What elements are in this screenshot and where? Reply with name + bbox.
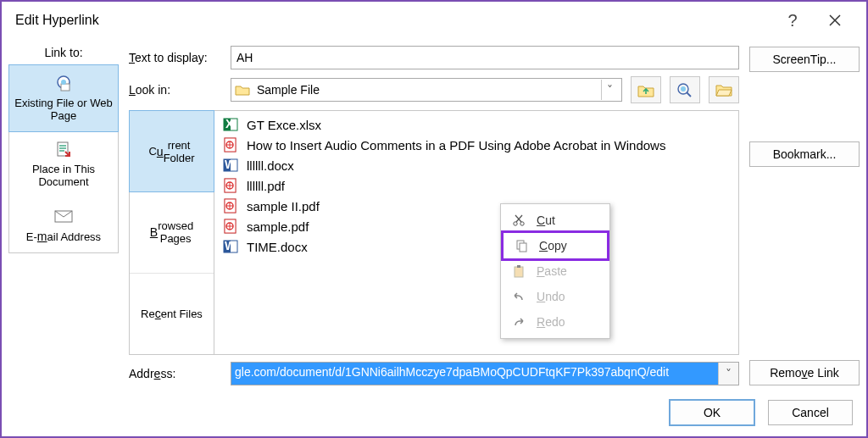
docx-file-icon: W — [223, 158, 238, 173]
look-in-label: Look in: — [129, 83, 222, 97]
help-button[interactable]: ? — [771, 7, 814, 34]
address-value[interactable]: gle.com/document/d/1GNNi6ailhMcczye7dpaB… — [231, 363, 718, 385]
look-in-combo[interactable]: Sample File ˅ — [231, 78, 622, 102]
look-in-value: Sample File — [257, 83, 594, 97]
nav-recent-files[interactable]: Recent Files — [130, 274, 214, 354]
context-item-label: Undo — [537, 290, 565, 303]
place-in-doc-icon — [53, 140, 74, 160]
linkto-item-label: Existing File or Web Page — [13, 97, 114, 123]
cancel-button[interactable]: Cancel — [768, 400, 853, 425]
look-in-row: Look in: Sample File ˅ — [129, 76, 739, 103]
redo-icon — [511, 314, 526, 330]
file-name: TIME.docx — [247, 240, 308, 254]
text-to-display-input[interactable] — [231, 46, 739, 69]
dialog-title: Edit Hyperlink — [12, 13, 99, 28]
chevron-down-icon[interactable]: ˅ — [718, 363, 738, 385]
screentip-button[interactable]: ScreenTip... — [749, 47, 860, 72]
context-copy[interactable]: Copy — [501, 230, 609, 261]
pdf-file-icon — [223, 137, 238, 152]
right-buttons: ScreenTip... Bookmark... Remove Link — [749, 46, 860, 385]
file-name: GT Exce.xlsx — [247, 118, 321, 132]
file-item[interactable]: How to Insert Audio Comments in a PDF Us… — [214, 135, 738, 155]
folder-icon — [235, 84, 250, 96]
context-paste: Paste — [501, 258, 609, 284]
title-bar: Edit Hyperlink ? — [2, 2, 866, 39]
file-item[interactable]: llllll.pdf — [214, 175, 738, 196]
ok-button[interactable]: OK — [670, 400, 754, 425]
svg-text:X: X — [225, 117, 234, 130]
svg-rect-32 — [515, 267, 523, 277]
context-item-label: Redo — [537, 315, 565, 329]
file-item[interactable]: WTIME.docx — [214, 236, 738, 257]
center-panel: Text to display: Look in: Sample File ˅ — [129, 46, 739, 385]
browse-web-button[interactable] — [670, 76, 700, 103]
pdf-file-icon — [223, 219, 238, 234]
file-name: llllll.pdf — [247, 179, 285, 193]
svg-rect-1 — [61, 84, 70, 91]
file-name: sample.pdf — [247, 219, 309, 234]
browse-nav: CurrentFolder BrowsedPages Recent Files — [130, 111, 214, 354]
link-to-label: Link to: — [44, 46, 82, 59]
pdf-file-icon — [223, 178, 238, 193]
edit-hyperlink-dialog: Edit Hyperlink ? Link to: Existing File … — [0, 0, 868, 438]
browse-file-button[interactable] — [709, 76, 739, 103]
remove-link-button[interactable]: Remove Link — [749, 360, 860, 385]
address-label: Address: — [129, 367, 222, 380]
nav-browsed-pages[interactable]: BrowsedPages — [130, 191, 214, 273]
linkto-email[interactable]: E-mail Address — [9, 197, 118, 252]
close-button[interactable] — [814, 7, 856, 34]
chevron-down-icon[interactable]: ˅ — [601, 80, 618, 100]
context-item-label: Cut — [537, 213, 555, 227]
file-name: How to Insert Audio Comments in a PDF Us… — [247, 138, 665, 152]
linkto-existing-file[interactable]: Existing File or Web Page — [8, 64, 119, 132]
link-to-panel: Link to: Existing File or Web Page Place… — [8, 46, 119, 385]
svg-rect-33 — [517, 265, 520, 268]
file-list[interactable]: XGT Exce.xlsxHow to Insert Audio Comment… — [214, 111, 738, 354]
svg-point-28 — [514, 222, 517, 225]
docx-file-icon: W — [223, 239, 238, 254]
existing-file-icon — [53, 74, 74, 94]
undo-icon — [511, 289, 526, 304]
linkto-item-label: Place in This Document — [13, 164, 114, 189]
file-browser: CurrentFolder BrowsedPages Recent Files … — [129, 110, 739, 355]
text-to-display-row: Text to display: — [129, 46, 739, 69]
paste-icon — [511, 263, 526, 279]
svg-text:W: W — [225, 239, 236, 252]
context-undo: Undo — [501, 284, 609, 309]
context-redo: Redo — [501, 309, 609, 335]
xlsx-file-icon: X — [223, 117, 238, 132]
svg-point-6 — [681, 86, 686, 91]
file-name: llllll.docx — [247, 158, 294, 173]
file-name: sample II.pdf — [247, 199, 320, 213]
linkto-place-in-doc[interactable]: Place in This Document — [9, 131, 118, 197]
address-input[interactable]: gle.com/document/d/1GNNi6ailhMcczye7dpaB… — [231, 362, 739, 385]
svg-text:W: W — [225, 158, 236, 171]
context-item-label: Copy — [539, 239, 567, 252]
email-icon — [53, 206, 74, 226]
linkto-item-label: E-mail Address — [26, 230, 101, 244]
file-item[interactable]: sample.pdf — [214, 216, 738, 236]
nav-current-folder[interactable]: CurrentFolder — [129, 110, 214, 192]
file-item[interactable]: Wllllll.docx — [214, 155, 738, 175]
dialog-footer: OK Cancel — [2, 389, 866, 436]
up-folder-button[interactable] — [631, 76, 661, 103]
bookmark-button[interactable]: Bookmark... — [749, 141, 860, 167]
text-to-display-label: Text to display: — [129, 51, 222, 64]
pdf-file-icon — [223, 198, 238, 213]
copy-icon — [514, 238, 529, 253]
cut-icon — [511, 213, 526, 228]
file-item[interactable]: sample II.pdf — [214, 196, 738, 216]
file-item[interactable]: XGT Exce.xlsx — [214, 114, 738, 135]
context-item-label: Paste — [537, 264, 567, 278]
svg-point-2 — [61, 80, 66, 85]
svg-rect-31 — [520, 243, 526, 252]
svg-point-29 — [520, 222, 524, 225]
context-cut[interactable]: Cut — [501, 208, 609, 233]
context-menu: CutCopyPasteUndoRedo — [500, 203, 610, 339]
address-row: Address: gle.com/document/d/1GNNi6ailhMc… — [129, 362, 739, 385]
